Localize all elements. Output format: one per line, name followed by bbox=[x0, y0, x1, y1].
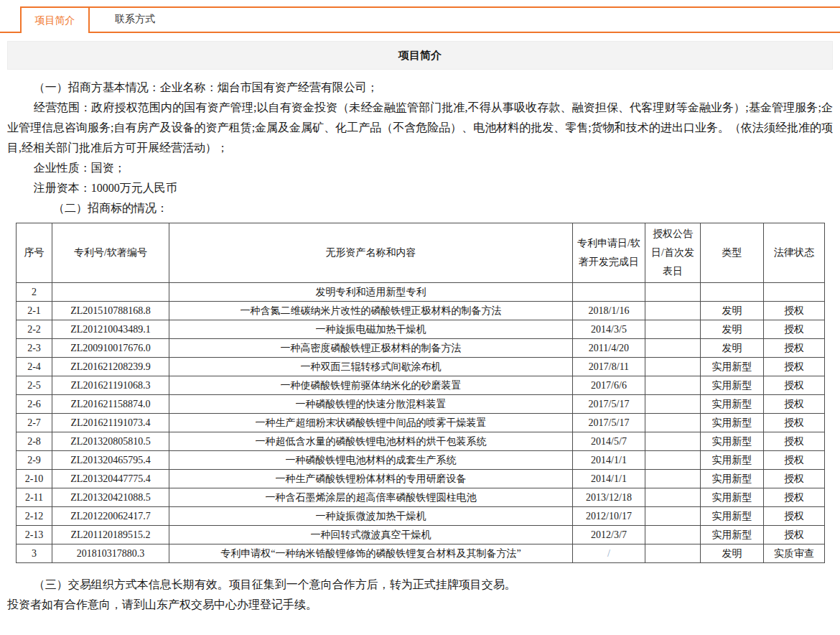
cell-name: 一种含氮二维碳纳米片改性的磷酸铁锂正极材料的制备方法 bbox=[169, 302, 573, 320]
col-header-legal-status: 法律状态 bbox=[764, 223, 825, 283]
cell-type bbox=[701, 283, 764, 302]
cell-apply-date bbox=[573, 283, 645, 302]
cell-no: 2-8 bbox=[17, 432, 52, 451]
cell-name: 专利申请权“一种纳米锆酸锂修饰的磷酸铁锂复合材料及其制备方法” bbox=[169, 544, 573, 563]
cell-apply-date: 2017/8/11 bbox=[573, 358, 645, 376]
cell-patent-no: ZL201621191068.3 bbox=[52, 376, 169, 395]
cell-type: 实用新型 bbox=[701, 376, 764, 395]
cell-name: 一种含石墨烯涂层的超高倍率磷酸铁锂圆柱电池 bbox=[169, 488, 573, 507]
col-header-apply-date: 专利申请日/软著开发完成日 bbox=[573, 223, 645, 283]
cell-type: 实用新型 bbox=[701, 432, 764, 451]
table-row: 2-13ZL201120189515.2一种回转式微波真空干燥机2012/3/7… bbox=[17, 526, 825, 544]
cell-name: 一种超低含水量的磷酸铁锂电池材料的烘干包装系统 bbox=[169, 432, 573, 451]
cell-patent-no: ZL200910017676.0 bbox=[52, 339, 169, 358]
cell-name: 一种生产超细粉末状磷酸铁锂中间品的喷雾干燥装置 bbox=[169, 414, 573, 432]
paragraph-trade-method: （三）交易组织方式本信息长期有效。项目征集到一个意向合作方后，转为正式挂牌项目交… bbox=[7, 575, 833, 595]
cell-name: 一种磷酸铁锂的快速分散混料装置 bbox=[169, 395, 573, 414]
cell-no: 2-4 bbox=[17, 358, 52, 376]
cell-apply-date: 2014/3/5 bbox=[573, 320, 645, 339]
cell-patent-no: ZL201320447775.4 bbox=[52, 470, 169, 488]
cell-no: 2-10 bbox=[17, 470, 52, 488]
cell-apply-date: 2012/3/7 bbox=[573, 526, 645, 544]
cell-patent-no: ZL201320421088.5 bbox=[52, 488, 169, 507]
cell-apply-date: 2017/5/17 bbox=[573, 395, 645, 414]
cell-patent-no: ZL201621158874.0 bbox=[52, 395, 169, 414]
cell-publish-date bbox=[645, 414, 701, 432]
cell-publish-date bbox=[645, 451, 701, 470]
cell-no: 3 bbox=[17, 544, 52, 563]
paragraph-investor-note: 投资者如有合作意向，请到山东产权交易中心办理登记手续。 bbox=[7, 595, 833, 615]
cell-patent-no bbox=[52, 283, 169, 302]
table-row: 2发明专利和适用新型专利 bbox=[17, 283, 825, 302]
table-row: 2-10ZL201320447775.4一种生产磷酸铁锂粉体材料的专用研磨设备2… bbox=[17, 470, 825, 488]
cell-type: 实用新型 bbox=[701, 526, 764, 544]
cell-no: 2-12 bbox=[17, 507, 52, 526]
cell-patent-no: ZL201510788168.8 bbox=[52, 302, 169, 320]
cell-publish-date bbox=[645, 470, 701, 488]
cell-status: 授权 bbox=[764, 526, 825, 544]
cell-no: 2-5 bbox=[17, 376, 52, 395]
cell-type: 实用新型 bbox=[701, 451, 764, 470]
cell-apply-date: 2012/10/17 bbox=[573, 507, 645, 526]
cell-publish-date bbox=[645, 358, 701, 376]
table-row: 2-8ZL201320805810.5一种超低含水量的磷酸铁锂电池材料的烘干包装… bbox=[17, 432, 825, 451]
cell-type: 发明 bbox=[701, 320, 764, 339]
cell-no: 2-2 bbox=[17, 320, 52, 339]
table-row: 2-5ZL201621191068.3一种使磷酸铁锂前驱体纳米化的砂磨装置201… bbox=[17, 376, 825, 395]
table-row: 2-12ZL201220062417.7一种旋振微波加热干燥机2012/10/1… bbox=[17, 507, 825, 526]
paragraph-registered-capital: 注册资本：10000万元人民币 bbox=[7, 178, 833, 198]
tab-bar: 项目简介 联系方式 bbox=[0, 0, 840, 33]
cell-no: 2-6 bbox=[17, 395, 52, 414]
cell-publish-date bbox=[645, 432, 701, 451]
cell-publish-date bbox=[645, 283, 701, 302]
cell-no: 2-11 bbox=[17, 488, 52, 507]
paragraph-basic-info: （一）招商方基本情况：企业名称：烟台市国有资产经营有限公司； bbox=[7, 78, 833, 98]
paragraph-enterprise-nature: 企业性质：国资； bbox=[7, 158, 833, 178]
table-row: 2-6ZL201621158874.0一种磷酸铁锂的快速分散混料装置2017/5… bbox=[17, 395, 825, 414]
cell-name: 一种磷酸铁锂电池材料的成套生产系统 bbox=[169, 451, 573, 470]
cell-apply-date: 2017/6/6 bbox=[573, 376, 645, 395]
cell-status bbox=[764, 283, 825, 302]
cell-name: 一种回转式微波真空干燥机 bbox=[169, 526, 573, 544]
cell-publish-date bbox=[645, 302, 701, 320]
cell-apply-date: 2014/1/1 bbox=[573, 451, 645, 470]
paragraph-target-heading: （二）招商标的情况： bbox=[7, 198, 833, 218]
cell-apply-date: 2018/1/16 bbox=[573, 302, 645, 320]
cell-patent-no: ZL201621208239.9 bbox=[52, 358, 169, 376]
cell-publish-date bbox=[645, 320, 701, 339]
section-title: 项目简介 bbox=[7, 41, 833, 70]
cell-publish-date bbox=[645, 507, 701, 526]
footer-area: （三）交易组织方式本信息长期有效。项目征集到一个意向合作方后，转为正式挂牌项目交… bbox=[0, 563, 840, 615]
tab-contact-info[interactable]: 联系方式 bbox=[103, 6, 167, 32]
cell-publish-date bbox=[645, 395, 701, 414]
cell-status: 授权 bbox=[764, 414, 825, 432]
cell-type: 实用新型 bbox=[701, 414, 764, 432]
cell-status: 实质审查 bbox=[764, 544, 825, 563]
cell-no: 2-9 bbox=[17, 451, 52, 470]
cell-status: 授权 bbox=[764, 376, 825, 395]
cell-status: 授权 bbox=[764, 470, 825, 488]
cell-publish-date bbox=[645, 488, 701, 507]
table-row: 2-11ZL201320421088.5一种含石墨烯涂层的超高倍率磷酸铁锂圆柱电… bbox=[17, 488, 825, 507]
table-row: 2-3ZL200910017676.0一种高密度磷酸铁锂正极材料的制备方法201… bbox=[17, 339, 825, 358]
cell-apply-date: 2013/12/18 bbox=[573, 488, 645, 507]
table-row: 2-1ZL201510788168.8一种含氮二维碳纳米片改性的磷酸铁锂正极材料… bbox=[17, 302, 825, 320]
cell-name: 一种双面三辊转移式间歇涂布机 bbox=[169, 358, 573, 376]
cell-status: 授权 bbox=[764, 358, 825, 376]
cell-name: 一种旋振电磁加热干燥机 bbox=[169, 320, 573, 339]
patent-table-body: 2发明专利和适用新型专利2-1ZL201510788168.8一种含氮二维碳纳米… bbox=[17, 283, 825, 563]
cell-apply-date: 2011/4/20 bbox=[573, 339, 645, 358]
cell-type: 发明 bbox=[701, 339, 764, 358]
cell-publish-date bbox=[645, 544, 701, 563]
cell-type: 实用新型 bbox=[701, 488, 764, 507]
cell-patent-no: ZL201320805810.5 bbox=[52, 432, 169, 451]
cell-type: 实用新型 bbox=[701, 507, 764, 526]
patent-table: 序号 专利号/软著编号 无形资产名称和内容 专利申请日/软著开发完成日 授权公告… bbox=[16, 223, 825, 563]
cell-type: 实用新型 bbox=[701, 358, 764, 376]
cell-type: 实用新型 bbox=[701, 395, 764, 414]
cell-status: 授权 bbox=[764, 488, 825, 507]
cell-type: 发明 bbox=[701, 302, 764, 320]
cell-type: 实用新型 bbox=[701, 470, 764, 488]
tab-project-intro[interactable]: 项目简介 bbox=[20, 6, 90, 33]
table-row: 3201810317880.3专利申请权“一种纳米锆酸锂修饰的磷酸铁锂复合材料及… bbox=[17, 544, 825, 563]
